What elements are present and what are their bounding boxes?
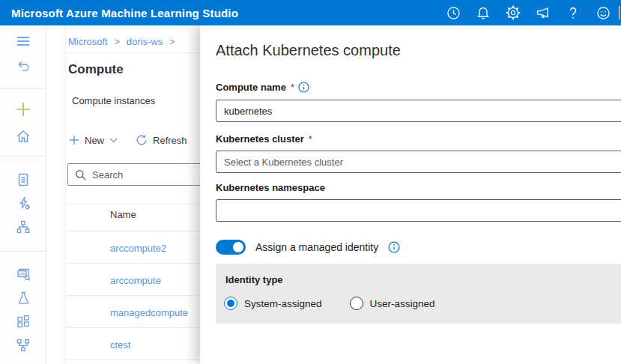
hamburger-menu-icon[interactable] bbox=[0, 31, 46, 52]
compute-row-link[interactable]: ctest bbox=[110, 339, 130, 351]
kubernetes-cluster-select[interactable]: Select a Kubernetes cluster bbox=[216, 151, 621, 173]
search-icon bbox=[75, 169, 86, 181]
compute-tabs: Compute instances Co bbox=[72, 95, 213, 106]
experiments-flask-icon[interactable] bbox=[0, 288, 46, 309]
breadcrumb-chevron: > bbox=[115, 37, 120, 47]
home-icon[interactable] bbox=[0, 125, 46, 146]
panel-title: Attach Kubernetes compute bbox=[216, 42, 401, 59]
page-title: Compute bbox=[68, 62, 124, 77]
identity-type-label: Identity type bbox=[225, 274, 283, 285]
undo-back-icon[interactable] bbox=[0, 55, 46, 76]
new-button-label: New bbox=[85, 135, 104, 146]
feedback-megaphone-icon[interactable] bbox=[528, 0, 558, 25]
table-header-name: Name bbox=[110, 209, 136, 220]
radio-system-assigned[interactable] bbox=[224, 297, 237, 310]
rail-divider bbox=[0, 251, 46, 252]
topbar-divider bbox=[619, 6, 620, 19]
attach-kubernetes-compute-panel: Attach Kubernetes compute Compute name* … bbox=[200, 25, 621, 364]
managed-identity-toggle[interactable] bbox=[216, 240, 246, 255]
required-asterisk: * bbox=[291, 82, 294, 93]
tab-compute-instances[interactable]: Compute instances bbox=[72, 95, 155, 106]
notifications-bell-icon[interactable] bbox=[468, 0, 498, 25]
radio-system-assigned-label: System-assigned bbox=[244, 298, 322, 309]
content-left-border bbox=[65, 25, 66, 364]
info-icon[interactable] bbox=[388, 241, 400, 253]
pipeline-graph-icon[interactable] bbox=[0, 335, 46, 356]
kubernetes-cluster-label-text: Kubernetes cluster bbox=[216, 133, 304, 145]
notebooks-icon[interactable] bbox=[0, 169, 46, 190]
automated-ml-icon[interactable] bbox=[0, 192, 46, 213]
compute-row-link[interactable]: arccompute2 bbox=[110, 243, 166, 254]
top-app-bar: Microsoft Azure Machine Learning Studio bbox=[0, 0, 621, 25]
pipelines-orgchart-icon[interactable] bbox=[0, 216, 46, 237]
kubernetes-namespace-input[interactable] bbox=[216, 199, 621, 222]
identity-type-section: Identity type System-assigned User-assig… bbox=[216, 264, 621, 324]
info-icon[interactable] bbox=[298, 82, 309, 93]
list-toolbar: New Refresh bbox=[69, 134, 187, 146]
compute-name-label-text: Compute name bbox=[216, 82, 286, 93]
refresh-icon bbox=[136, 134, 148, 146]
data-explore-icon[interactable] bbox=[0, 264, 46, 285]
compute-name-label: Compute name* bbox=[216, 82, 309, 93]
app-title: Microsoft Azure Machine Learning Studio bbox=[11, 7, 238, 19]
compute-row-link[interactable]: arccompute bbox=[110, 275, 161, 286]
rail-divider bbox=[0, 88, 46, 89]
breadcrumb-workspace-link[interactable]: doris-ws bbox=[127, 36, 163, 47]
smiley-feedback-icon[interactable] bbox=[588, 0, 618, 25]
managed-identity-toggle-label: Assign a managed identity bbox=[255, 241, 378, 253]
required-asterisk: * bbox=[309, 133, 312, 145]
kubernetes-cluster-label: Kubernetes cluster* bbox=[216, 133, 312, 145]
new-button[interactable]: New bbox=[69, 135, 118, 146]
breadcrumb: Microsoft > doris-ws > bbox=[68, 36, 175, 47]
breadcrumb-chevron: > bbox=[169, 37, 175, 47]
refresh-button-label: Refresh bbox=[153, 135, 187, 146]
radio-user-assigned-label: User-assigned bbox=[370, 298, 435, 309]
new-plus-icon[interactable] bbox=[0, 99, 46, 120]
cluster-select-placeholder: Select a Kubernetes cluster bbox=[224, 157, 343, 168]
refresh-button[interactable]: Refresh bbox=[136, 134, 187, 146]
identity-type-radio-group: System-assigned User-assigned bbox=[224, 297, 435, 310]
compute-row-link[interactable]: managedcompute bbox=[110, 307, 188, 318]
kubernetes-namespace-label-text: Kubernetes namespace bbox=[216, 182, 325, 193]
components-grid-icon[interactable] bbox=[0, 311, 46, 332]
clock-icon[interactable] bbox=[438, 0, 468, 25]
plus-icon bbox=[69, 135, 79, 145]
compute-name-input[interactable] bbox=[216, 100, 621, 122]
rail-divider bbox=[0, 156, 46, 157]
help-icon[interactable] bbox=[558, 0, 588, 25]
breadcrumb-directory-link[interactable]: Microsoft bbox=[68, 36, 108, 47]
kubernetes-namespace-label: Kubernetes namespace bbox=[216, 182, 325, 193]
toggle-knob bbox=[233, 242, 243, 252]
left-nav-rail bbox=[0, 25, 46, 364]
radio-user-assigned[interactable] bbox=[350, 297, 363, 310]
topbar-icon-group bbox=[438, 0, 620, 25]
settings-gear-icon[interactable] bbox=[498, 0, 528, 25]
chevron-down-icon bbox=[109, 138, 118, 143]
managed-identity-toggle-row: Assign a managed identity bbox=[216, 240, 400, 255]
